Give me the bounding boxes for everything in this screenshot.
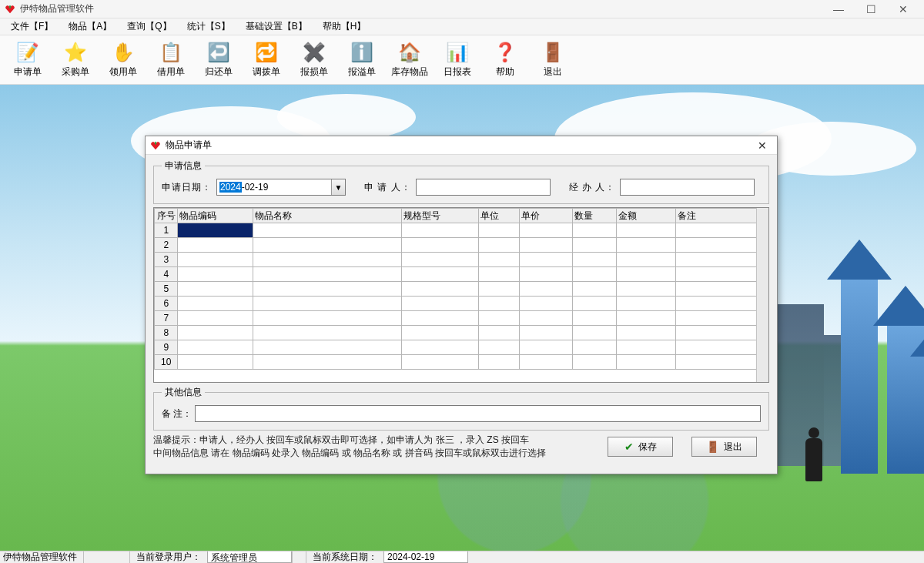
toolbar-purchase-form[interactable]: ⭐采购单 [52, 38, 99, 82]
grid-cell[interactable] [478, 253, 519, 267]
menu-item-3[interactable]: 统计【S】 [179, 18, 238, 35]
grid-cell[interactable] [572, 238, 616, 253]
grid-cell[interactable] [572, 282, 616, 297]
grid-cell[interactable] [478, 340, 519, 355]
grid-cell[interactable] [178, 267, 253, 282]
grid-cell[interactable] [572, 340, 616, 355]
dropdown-icon[interactable]: ▼ [331, 179, 345, 195]
grid-cell[interactable] [675, 223, 768, 238]
grid-header[interactable]: 单价 [519, 209, 572, 223]
toolbar-return-form[interactable]: ↩️归还单 [196, 38, 242, 82]
table-row[interactable]: 9 [155, 340, 768, 355]
grid-cell[interactable] [616, 267, 675, 282]
grid-cell[interactable] [572, 355, 616, 370]
grid-cell[interactable] [478, 282, 519, 297]
grid-cell[interactable] [402, 267, 479, 282]
maximize-button[interactable]: ☐ [855, 0, 887, 18]
grid-scrollbar[interactable] [756, 208, 768, 382]
grid-cell[interactable] [519, 223, 572, 238]
grid-cell[interactable] [178, 297, 253, 311]
grid-cell[interactable] [478, 267, 519, 282]
menu-item-2[interactable]: 查询【Q】 [119, 18, 179, 35]
grid-cell[interactable] [402, 297, 479, 311]
table-row[interactable]: 4 [155, 267, 768, 282]
grid-cell[interactable]: 2 [155, 238, 178, 253]
grid-cell[interactable] [253, 297, 402, 311]
table-row[interactable]: 8 [155, 326, 768, 340]
grid-cell[interactable] [178, 355, 253, 370]
grid-cell[interactable] [572, 253, 616, 267]
grid-cell[interactable]: 3 [155, 253, 178, 267]
grid-cell[interactable] [253, 311, 402, 326]
grid-cell[interactable] [616, 340, 675, 355]
grid-cell[interactable] [478, 223, 519, 238]
grid-cell[interactable] [253, 340, 402, 355]
toolbar-issue-form[interactable]: ✋领用单 [100, 38, 146, 82]
exit-button[interactable]: 🚪 退出 [691, 437, 757, 457]
grid-cell[interactable]: 5 [155, 282, 178, 297]
toolbar-transfer-form[interactable]: 🔁调拨单 [243, 38, 290, 82]
grid-cell[interactable] [178, 238, 253, 253]
grid-header[interactable]: 规格型号 [402, 209, 479, 223]
grid-cell[interactable] [253, 355, 402, 370]
grid-cell[interactable] [675, 355, 768, 370]
grid-cell[interactable] [519, 311, 572, 326]
grid-cell[interactable] [253, 326, 402, 340]
table-row[interactable]: 1 [155, 223, 768, 238]
grid-cell[interactable] [402, 311, 479, 326]
menu-item-5[interactable]: 帮助【H】 [315, 18, 374, 35]
grid-cell[interactable] [402, 253, 479, 267]
grid-cell[interactable] [402, 355, 479, 370]
grid-cell[interactable] [478, 311, 519, 326]
toolbar-overflow-form[interactable]: ℹ️报溢单 [339, 38, 385, 82]
grid-cell[interactable] [402, 223, 479, 238]
grid-cell[interactable] [675, 297, 768, 311]
grid-cell[interactable] [253, 282, 402, 297]
grid-cell[interactable] [616, 238, 675, 253]
grid-cell[interactable] [178, 223, 253, 238]
grid-cell[interactable] [178, 253, 253, 267]
grid-cell[interactable] [616, 282, 675, 297]
grid-cell[interactable]: 4 [155, 267, 178, 282]
items-grid[interactable]: 序号物品编码物品名称规格型号单位单价数量金额备注12345678910 [153, 207, 769, 383]
grid-cell[interactable] [178, 311, 253, 326]
grid-cell[interactable] [478, 326, 519, 340]
grid-cell[interactable] [253, 267, 402, 282]
toolbar-help[interactable]: ❓帮助 [482, 38, 528, 82]
grid-cell[interactable] [675, 340, 768, 355]
grid-cell[interactable] [478, 297, 519, 311]
table-row[interactable]: 5 [155, 282, 768, 297]
toolbar-loss-form[interactable]: ✖️报损单 [291, 38, 337, 82]
table-row[interactable]: 2 [155, 238, 768, 253]
grid-cell[interactable] [616, 297, 675, 311]
grid-cell[interactable]: 10 [155, 355, 178, 370]
grid-cell[interactable] [178, 326, 253, 340]
table-row[interactable]: 3 [155, 253, 768, 267]
grid-header[interactable]: 备注 [675, 209, 768, 223]
grid-cell[interactable] [572, 311, 616, 326]
grid-cell[interactable] [519, 355, 572, 370]
grid-cell[interactable] [402, 282, 479, 297]
grid-header[interactable]: 物品名称 [253, 209, 402, 223]
grid-cell[interactable] [178, 282, 253, 297]
grid-cell[interactable] [478, 238, 519, 253]
grid-cell[interactable] [675, 267, 768, 282]
grid-cell[interactable] [616, 223, 675, 238]
grid-cell[interactable] [519, 253, 572, 267]
toolbar-borrow-form[interactable]: 📋借用单 [148, 38, 194, 82]
grid-cell[interactable] [402, 238, 479, 253]
grid-cell[interactable] [675, 253, 768, 267]
grid-cell[interactable] [616, 326, 675, 340]
grid-cell[interactable] [675, 311, 768, 326]
note-input[interactable] [195, 405, 761, 422]
grid-cell[interactable] [675, 238, 768, 253]
applicant-input[interactable] [416, 179, 551, 196]
grid-cell[interactable] [616, 311, 675, 326]
grid-header[interactable]: 数量 [572, 209, 616, 223]
toolbar-daily-report[interactable]: 📊日报表 [434, 38, 480, 82]
grid-cell[interactable] [478, 355, 519, 370]
table-row[interactable]: 10 [155, 355, 768, 370]
menu-item-1[interactable]: 物品【A】 [61, 18, 119, 35]
grid-cell[interactable] [519, 238, 572, 253]
grid-cell[interactable] [572, 267, 616, 282]
